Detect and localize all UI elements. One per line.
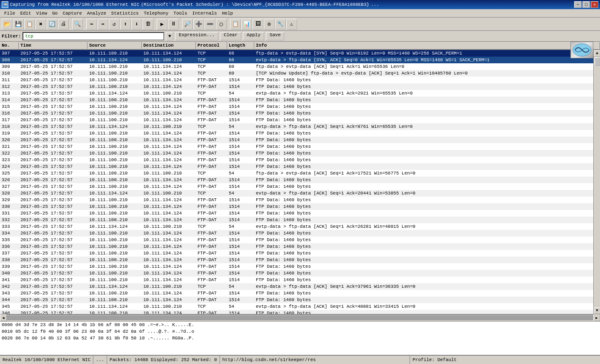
toolbar-button[interactable]: 📂	[2, 19, 12, 30]
table-row[interactable]: 3182017-05-25 17:52:5710.111.134.12410.1…	[0, 123, 600, 130]
toolbar-button[interactable]: ⬅	[86, 19, 97, 30]
menu-item-tools[interactable]: Tools	[171, 10, 190, 16]
table-row[interactable]: 3262017-05-25 17:52:5710.111.100.21010.1…	[0, 177, 600, 183]
menu-item-telephony[interactable]: Telephony	[141, 10, 171, 16]
filter-input[interactable]	[22, 32, 164, 40]
toolbar-button[interactable]: ⬆	[120, 19, 131, 30]
toolbar-button[interactable]: ➖	[205, 19, 215, 30]
table-row[interactable]: 3412017-05-25 17:52:5710.111.100.21010.1…	[0, 277, 600, 283]
toolbar-button[interactable]: ➡	[98, 19, 108, 30]
clear-button[interactable]: Clear	[220, 32, 241, 40]
apply-button[interactable]: Apply	[243, 32, 264, 40]
toolbar-button[interactable]: 🔄	[47, 19, 58, 30]
toolbar-button[interactable]: ⏸	[168, 19, 179, 30]
table-row[interactable]: 3122017-05-25 17:52:5710.111.100.21010.1…	[0, 83, 600, 90]
menu-item-view[interactable]: View	[34, 10, 50, 16]
toolbar-button[interactable]: 🔎	[182, 19, 193, 30]
minimize-button[interactable]: ─	[574, 1, 582, 8]
col-protocol[interactable]: Protocol	[196, 42, 227, 49]
table-row[interactable]: 3072017-05-25 17:52:5710.111.100.21010.1…	[0, 50, 600, 57]
close-button[interactable]: ✕	[591, 1, 598, 8]
toolbar-button[interactable]: 📋	[230, 19, 241, 30]
scroll-down-btn[interactable]: ▼	[594, 307, 600, 314]
table-row[interactable]: 3102017-05-25 17:52:5710.111.100.21010.1…	[0, 70, 600, 77]
toolbar-button[interactable]: 🖼	[252, 19, 263, 30]
table-row[interactable]: 3272017-05-25 17:52:5710.111.100.21010.1…	[0, 183, 600, 190]
table-row[interactable]: 3422017-05-25 17:52:5710.111.134.12410.1…	[0, 283, 600, 290]
menu-item-help[interactable]: Help	[220, 10, 235, 16]
toolbar-button[interactable]: 🔧	[275, 19, 286, 30]
toolbar-button[interactable]: 🗑	[142, 19, 153, 30]
scroll-thumb[interactable]	[595, 57, 600, 66]
toolbar-button[interactable]: 📊	[241, 19, 252, 30]
toolbar-button[interactable]: 🖨	[58, 19, 69, 30]
table-row[interactable]: 3112017-05-25 17:52:5710.111.100.21010.1…	[0, 77, 600, 83]
menu-item-analyze[interactable]: Analyze	[85, 10, 109, 16]
packet-list-body[interactable]: 3072017-05-25 17:52:5710.111.100.21010.1…	[0, 50, 600, 314]
table-row[interactable]: 3332017-05-25 17:52:5710.111.134.12410.1…	[0, 223, 600, 230]
menu-item-internals[interactable]: Internals	[190, 10, 219, 16]
table-row[interactable]: 3232017-05-25 17:52:5710.111.100.21010.1…	[0, 157, 600, 163]
h-scroll-right-btn[interactable]: ▶	[593, 314, 600, 321]
table-row[interactable]: 3172017-05-25 17:52:5710.111.100.21010.1…	[0, 117, 600, 123]
table-row[interactable]: 3382017-05-25 17:52:5710.111.100.21010.1…	[0, 257, 600, 263]
col-length[interactable]: Length	[227, 42, 254, 49]
table-row[interactable]: 3402017-05-25 17:52:5710.111.100.21010.1…	[0, 270, 600, 277]
menu-item-edit[interactable]: Edit	[18, 10, 33, 16]
table-row[interactable]: 3082017-05-25 17:52:5710.111.134.12410.1…	[0, 57, 600, 63]
toolbar-button[interactable]: ↺	[109, 19, 120, 30]
h-scroll-left-btn[interactable]: ◀	[0, 314, 7, 321]
table-row[interactable]: 3452017-05-25 17:52:5710.111.134.12410.1…	[0, 303, 600, 310]
table-row[interactable]: 3212017-05-25 17:52:5710.111.100.21010.1…	[0, 143, 600, 150]
table-row[interactable]: 3132017-05-25 17:52:5710.111.134.12410.1…	[0, 90, 600, 97]
table-row[interactable]: 3222017-05-25 17:52:5710.111.100.21010.1…	[0, 150, 600, 157]
col-destination[interactable]: Destination	[142, 42, 196, 49]
table-row[interactable]: 3092017-05-25 17:52:5710.111.100.21010.1…	[0, 63, 600, 70]
table-row[interactable]: 3462017-05-25 17:52:5710.111.100.21010.1…	[0, 310, 600, 314]
table-row[interactable]: 3252017-05-25 17:52:5710.111.100.21010.1…	[0, 170, 600, 177]
table-row[interactable]: 3432017-05-25 17:52:5710.111.100.21010.1…	[0, 290, 600, 297]
toolbar-button[interactable]: ◯	[216, 19, 227, 30]
table-row[interactable]: 3242017-05-25 17:52:5710.111.100.21010.1…	[0, 163, 600, 170]
table-row[interactable]: 3392017-05-25 17:52:5710.111.100.21010.1…	[0, 263, 600, 270]
table-row[interactable]: 3302017-05-25 17:52:5710.111.100.21010.1…	[0, 203, 600, 210]
col-info[interactable]: Info	[254, 42, 600, 49]
table-row[interactable]: 3362017-05-25 17:52:5710.111.100.21010.1…	[0, 243, 600, 250]
toolbar-button[interactable]: ➕	[193, 19, 204, 30]
toolbar-button[interactable]: 📋	[24, 19, 35, 30]
toolbar-button[interactable]: ⚠	[286, 19, 297, 30]
table-row[interactable]: 3442017-05-25 17:52:5710.111.100.21010.1…	[0, 297, 600, 303]
v-scrollbar[interactable]: ▲ ▼	[593, 50, 600, 314]
table-row[interactable]: 3292017-05-25 17:52:5710.111.100.21010.1…	[0, 197, 600, 203]
table-row[interactable]: 3282017-05-25 17:52:5710.111.134.12410.1…	[0, 190, 600, 197]
col-source[interactable]: Source	[88, 42, 142, 49]
table-row[interactable]: 3152017-05-25 17:52:5710.111.100.21010.1…	[0, 103, 600, 110]
filter-dropdown-btn[interactable]: ▼	[166, 32, 173, 40]
menu-item-file[interactable]: File	[2, 10, 18, 16]
menu-item-capture[interactable]: Capture	[60, 10, 84, 16]
table-row[interactable]: 3352017-05-25 17:52:5710.111.100.21010.1…	[0, 237, 600, 243]
toolbar-button[interactable]: ⬇	[131, 19, 142, 30]
toolbar-button[interactable]: 🔍	[72, 19, 83, 30]
table-row[interactable]: 3322017-05-25 17:52:5710.111.100.21010.1…	[0, 217, 600, 223]
table-row[interactable]: 3372017-05-25 17:52:5710.111.100.21010.1…	[0, 250, 600, 257]
table-row[interactable]: 3312017-05-25 17:52:5710.111.100.21010.1…	[0, 210, 600, 217]
toolbar-button[interactable]: ⚙	[264, 19, 275, 30]
table-row[interactable]: 3142017-05-25 17:52:5710.111.100.21010.1…	[0, 97, 600, 103]
table-row[interactable]: 3202017-05-25 17:52:5710.111.100.21010.1…	[0, 137, 600, 143]
maximize-button[interactable]: □	[582, 1, 590, 8]
col-time[interactable]: Time	[19, 42, 88, 49]
save-button[interactable]: Save	[266, 32, 284, 40]
scroll-up-btn[interactable]: ▲	[594, 50, 600, 57]
table-row[interactable]: 3342017-05-25 17:52:5710.111.100.21010.1…	[0, 230, 600, 237]
toolbar-button[interactable]: ✖	[35, 19, 46, 30]
menu-item-statistics[interactable]: Statistics	[109, 10, 141, 16]
menu-item-go[interactable]: Go	[50, 10, 60, 16]
table-row[interactable]: 3192017-05-25 17:52:5710.111.100.21010.1…	[0, 130, 600, 137]
toolbar-button[interactable]: ▶	[157, 19, 168, 30]
table-row[interactable]: 3162017-05-25 17:52:5710.111.100.21010.1…	[0, 110, 600, 117]
expression-button[interactable]: Expression...	[175, 32, 218, 40]
col-no[interactable]: No.	[0, 42, 19, 49]
h-scroll-track[interactable]	[7, 315, 593, 320]
toolbar-button[interactable]: 💾	[13, 19, 24, 30]
